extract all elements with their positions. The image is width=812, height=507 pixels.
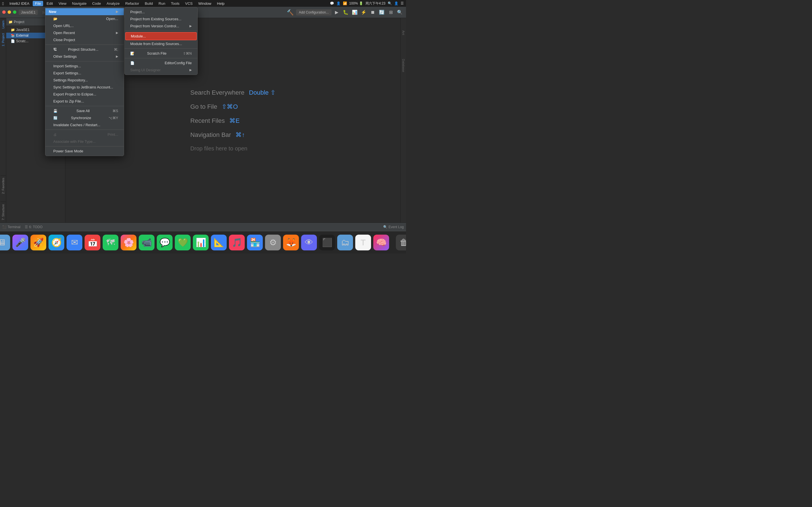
vtab-structure[interactable]: 7: Structure [1, 202, 6, 223]
file-menu-settings-repo[interactable]: Settings Repository... [45, 76, 124, 83]
file-menu-open-url[interactable]: Open URL... [45, 22, 124, 29]
menubar-help[interactable]: Help [215, 1, 227, 6]
dock-mail[interactable]: ✉ [66, 235, 82, 250]
dock-messages[interactable]: 💬 [157, 235, 172, 250]
database-panel-label[interactable]: Database [401, 58, 406, 73]
recent-hint-shortcut: ⌘E [229, 117, 240, 124]
menubar-vcs[interactable]: VCS [183, 1, 195, 6]
menu-extra[interactable]: ☰ [401, 1, 404, 5]
search-everywhere-button[interactable]: 🔍 [396, 8, 404, 16]
dock-firefox[interactable]: 🦊 [283, 235, 299, 250]
layout-button[interactable]: ⊞ [387, 8, 395, 16]
user-avatar[interactable]: 👤 [394, 1, 398, 5]
menubar-intellij[interactable]: IntelliJ IDEA [7, 1, 32, 6]
maximize-button[interactable] [13, 10, 16, 14]
file-menu-open-recent[interactable]: Open Recent ▶ [45, 29, 124, 36]
dock-terminal[interactable]: ⬛ [319, 235, 335, 250]
dock-maps[interactable]: 🗺 [103, 235, 118, 250]
vtab-learn[interactable]: Learn [1, 18, 6, 31]
new-project[interactable]: Project... [124, 8, 197, 15]
close-button[interactable] [2, 10, 6, 14]
menubar-analyze[interactable]: Analyze [104, 1, 122, 6]
wifi-icon[interactable]: 📶 [343, 1, 347, 5]
menubar-file[interactable]: File [33, 1, 43, 6]
ant-panel-label[interactable]: Ant [401, 29, 406, 36]
menubar-refactor[interactable]: Refactor [123, 1, 141, 6]
file-menu-dropdown: New ▶ 📂 Open... Open URL... Open Recent … [45, 7, 124, 156]
menubar-edit[interactable]: Edit [44, 1, 55, 6]
menubar-code[interactable]: Code [90, 1, 103, 6]
new-scratch-file[interactable]: 📝 Scratch File ⇧⌘N [124, 50, 197, 57]
file-menu-export-eclipse[interactable]: Export Project to Eclipse... [45, 91, 124, 98]
file-menu-synchronize[interactable]: 🔄 Synchronize ⌥⌘Y [45, 114, 124, 121]
run-button[interactable]: ▶ [333, 8, 341, 16]
vtab-project[interactable]: 1: Project [1, 31, 6, 48]
file-menu-export-zip[interactable]: Export to Zip File... [45, 98, 124, 105]
todo-label: 6: TODO [29, 225, 43, 229]
new-project-vcs[interactable]: Project from Version Control... ▶ [124, 22, 197, 30]
profile-button[interactable]: ⚡ [360, 8, 368, 16]
dock-finder[interactable]: 🖥 [0, 235, 10, 250]
wechat-icon[interactable]: 💬 [330, 1, 334, 5]
dock-safari[interactable]: 🧭 [49, 235, 64, 250]
library-icon: 📚 [11, 34, 15, 38]
menubar-run[interactable]: Run [156, 1, 167, 6]
dock-intellij[interactable]: 🧠 [373, 235, 389, 250]
menubar-right: 💬 👤 📶 100% 🔋 周六下午4:23 🔍 👤 ☰ [330, 1, 404, 6]
add-config-button[interactable]: Add Configuration... [296, 9, 332, 15]
dock-facetime[interactable]: 📹 [139, 235, 154, 250]
dock-sysprefs[interactable]: ⚙ [265, 235, 281, 250]
vtab-favorites[interactable]: 2: Favorites [1, 175, 6, 196]
project-title[interactable]: JavaSE1 [18, 10, 38, 15]
dock-wechat[interactable]: 💚 [175, 235, 191, 250]
new-module-existing[interactable]: Module from Existing Sources... [124, 40, 197, 47]
file-menu-export-settings[interactable]: Export Settings... [45, 69, 124, 76]
hammer-icon[interactable]: 🔨 [287, 9, 294, 16]
terminal-button[interactable]: ⬛ Terminal [2, 225, 20, 229]
dock-music[interactable]: 🎵 [229, 235, 245, 250]
dock-appstore[interactable]: 🏪 [247, 235, 263, 250]
file-menu-open[interactable]: 📂 Open... [45, 15, 124, 22]
file-menu-new[interactable]: New ▶ [45, 8, 124, 15]
statusbar: ⬛ Terminal ☰ 6: TODO 🔍 Event Log [0, 223, 406, 231]
file-menu-other-settings[interactable]: Other Settings ▶ [45, 53, 124, 60]
dock-numbers[interactable]: 📊 [193, 235, 209, 250]
dock-finder2[interactable]: 🗂 [337, 235, 353, 250]
apple-menu[interactable]:  [2, 1, 4, 6]
new-module[interactable]: Module... [125, 32, 197, 40]
goto-hint-label: Go to File [190, 103, 217, 110]
new-project-existing[interactable]: Project from Existing Sources... [124, 15, 197, 22]
menubar-tools[interactable]: Tools [168, 1, 182, 6]
dock-launchpad[interactable]: 🚀 [31, 235, 46, 250]
file-menu-power-save[interactable]: Power Save Mode [45, 148, 124, 155]
dock-siri[interactable]: 🎤 [12, 235, 28, 250]
menubar-navigate[interactable]: Navigate [70, 1, 89, 6]
user-icon[interactable]: 👤 [336, 1, 341, 5]
file-menu-sync-settings[interactable]: Sync Settings to JetBrains Account... [45, 83, 124, 91]
minimize-button[interactable] [8, 10, 11, 14]
dock-keynote[interactable]: 📐 [211, 235, 227, 250]
menubar-view[interactable]: View [56, 1, 69, 6]
folder-icon: 📁 [11, 28, 15, 32]
file-menu-save-all[interactable]: 💾 Save All ⌘S [45, 107, 124, 114]
stop-button[interactable]: ⏹ [369, 8, 377, 16]
event-log-button[interactable]: 🔍 Event Log [383, 225, 404, 229]
coverage-button[interactable]: 📊 [351, 8, 359, 16]
file-menu-project-structure[interactable]: 🏗 Project Structure... ⌘; [45, 46, 124, 53]
file-menu-close[interactable]: Close Project [45, 36, 124, 43]
file-menu-import-settings[interactable]: Import Settings... [45, 62, 124, 69]
dock-preview[interactable]: 👁 [301, 235, 317, 250]
menubar-build[interactable]: Build [142, 1, 155, 6]
dock-photos[interactable]: 🌸 [121, 235, 137, 250]
dock-textedit[interactable]: T [355, 235, 371, 250]
file-menu-invalidate[interactable]: Invalidate Caches / Restart... [45, 121, 124, 128]
dock-trash[interactable]: 🗑 [396, 235, 406, 250]
right-panels: Ant Database [400, 18, 406, 223]
sync-button[interactable]: 🔄 [378, 8, 386, 16]
new-editorconfig[interactable]: 📄 EditorConfig File [124, 59, 197, 66]
search-icon[interactable]: 🔍 [388, 1, 392, 5]
debug-button[interactable]: 🐛 [342, 8, 350, 16]
menubar-window[interactable]: Window [196, 1, 213, 6]
todo-button[interactable]: ☰ 6: TODO [25, 225, 43, 229]
dock-calendar[interactable]: 📅 [85, 235, 100, 250]
